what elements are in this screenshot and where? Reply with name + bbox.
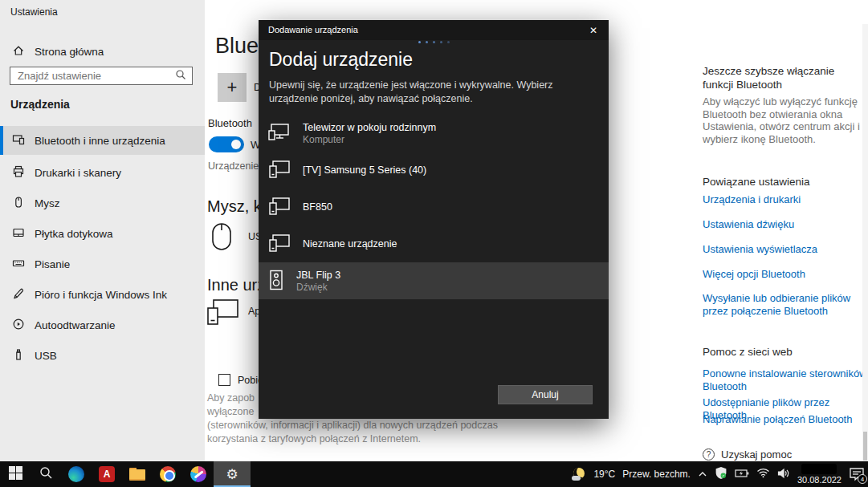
monitor-phone-icon bbox=[268, 233, 291, 255]
get-help-label: Uzyskaj pomoc bbox=[721, 448, 792, 461]
sidebar-item-autoplay[interactable]: Autoodtwarzanie bbox=[0, 310, 205, 339]
dialog-titlebar: Dodawanie urządzenia bbox=[259, 20, 609, 40]
edge-icon bbox=[68, 466, 84, 482]
sidebar-item-bluetooth[interactable]: Bluetooth i inne urządzenia bbox=[0, 126, 205, 155]
link-display-settings[interactable]: Ustawienia wyświetlacza bbox=[703, 243, 817, 256]
window-title: Ustawienia bbox=[10, 6, 58, 18]
selected-accent-bar bbox=[0, 126, 3, 155]
taskbar-chrome-button[interactable] bbox=[153, 461, 183, 487]
gear-icon: ⚙ bbox=[226, 468, 238, 481]
link-sound-settings[interactable]: Ustawienia dźwięku bbox=[703, 218, 794, 231]
notification-count-badge: 4 bbox=[858, 474, 867, 484]
monitor-phone-icon bbox=[268, 160, 291, 181]
add-device-button[interactable]: + bbox=[218, 73, 247, 102]
sidebar-item-typing[interactable]: Pisanie bbox=[0, 250, 205, 278]
search-icon[interactable] bbox=[175, 69, 186, 83]
device-row-unknown[interactable]: Nieznane urządzenie bbox=[259, 225, 609, 262]
web-help-heading: Pomoc z sieci web bbox=[703, 345, 793, 359]
sidebar-item-mouse[interactable]: Mysz bbox=[0, 189, 205, 217]
taskbar: A ⚙ 19°C Przew. bezchm. 30.08.2022 4 bbox=[0, 461, 868, 487]
sidebar-item-home[interactable]: Strona główna bbox=[0, 37, 205, 66]
keyboard-icon bbox=[12, 257, 25, 272]
dialog-close-button[interactable]: ✕ bbox=[578, 20, 609, 40]
chevron-up-icon[interactable] bbox=[698, 469, 707, 481]
progress-dots-indicator bbox=[259, 41, 609, 43]
sidebar-item-printers[interactable]: Drukarki i skanery bbox=[0, 158, 205, 187]
taskbar-search-button[interactable] bbox=[31, 461, 61, 487]
get-help-icon: ? bbox=[703, 448, 715, 461]
metered-text-line: (sterowników, informacji i aplikacji) dl… bbox=[207, 420, 498, 431]
wifi-icon[interactable] bbox=[756, 468, 770, 481]
device-name: [TV] Samsung 5 Series (40) bbox=[303, 164, 426, 177]
sidebar-item-usb[interactable]: USB bbox=[0, 341, 205, 370]
touchpad-icon bbox=[12, 226, 25, 241]
device-name: Nieznane urządzenie bbox=[303, 238, 397, 250]
link-reinstall-drivers[interactable]: Ponowne instalowanie sterowników Bluetoo… bbox=[703, 367, 868, 393]
search-input[interactable] bbox=[10, 70, 175, 82]
weather-temperature[interactable]: 19°C bbox=[593, 469, 615, 480]
home-icon bbox=[12, 44, 25, 59]
other-device-icon bbox=[206, 298, 240, 328]
taskbar-acrobat-button[interactable]: A bbox=[92, 461, 122, 487]
sidebar-item-label: Strona główna bbox=[35, 46, 104, 58]
cancel-button[interactable]: Anuluj bbox=[498, 385, 593, 404]
quick-enable-heading: Jeszcze szybsze włączanie funkcji Blueto… bbox=[703, 64, 867, 91]
metered-text-line: Aby zapob bbox=[207, 392, 255, 404]
sidebar-item-touchpad[interactable]: Płytka dotykowa bbox=[0, 219, 205, 248]
sidebar-item-label: Drukarki i skanery bbox=[35, 167, 121, 179]
toggle-knob bbox=[231, 140, 241, 149]
defender-shield-icon[interactable] bbox=[715, 466, 727, 482]
device-row-samsung[interactable]: [TV] Samsung 5 Series (40) bbox=[259, 152, 609, 189]
mouse-icon bbox=[12, 196, 25, 211]
autoplay-icon bbox=[12, 318, 25, 333]
paint-3d-icon bbox=[190, 466, 206, 482]
dialog-description: Upewnij się, że urządzenie jest włączone… bbox=[269, 79, 600, 105]
link-more-bluetooth-options[interactable]: Więcej opcji Bluetooth bbox=[703, 268, 805, 281]
sidebar-item-label: Mysz bbox=[35, 197, 60, 209]
metered-text-line: korzystania z taryfowych połączeń z Inte… bbox=[207, 433, 421, 444]
censored-time-blob bbox=[801, 464, 837, 474]
scrollbar-track[interactable] bbox=[862, 24, 868, 461]
clock-date-area[interactable]: 30.08.2022 bbox=[797, 464, 842, 485]
dialog-title: Dodawanie urządzenia bbox=[268, 20, 358, 40]
sidebar-item-label: Płytka dotykowa bbox=[35, 228, 113, 240]
search-box[interactable] bbox=[10, 67, 193, 85]
taskbar-settings-button[interactable]: ⚙ bbox=[214, 461, 251, 487]
weather-description[interactable]: Przew. bezchm. bbox=[622, 469, 691, 480]
scrollbar-thumb[interactable] bbox=[863, 432, 867, 461]
device-name: BF850 bbox=[303, 201, 332, 213]
action-center-button[interactable]: 4 bbox=[849, 466, 865, 482]
taskbar-paint3d-button[interactable] bbox=[183, 461, 214, 487]
volume-icon[interactable] bbox=[777, 468, 790, 481]
taskbar-edge-button[interactable] bbox=[61, 461, 92, 487]
acrobat-icon: A bbox=[99, 466, 115, 482]
taskbar-file-explorer-button[interactable] bbox=[122, 461, 153, 487]
taskbar-date[interactable]: 30.08.2022 bbox=[797, 475, 842, 485]
get-help-link[interactable]: ? Uzyskaj pomoc bbox=[703, 448, 792, 461]
pen-icon bbox=[12, 287, 25, 302]
bluetooth-toggle[interactable] bbox=[209, 136, 244, 152]
close-icon: ✕ bbox=[589, 25, 597, 36]
plus-icon: + bbox=[227, 77, 238, 98]
metered-checkbox[interactable] bbox=[218, 374, 230, 386]
device-row-tv-room[interactable]: Telewizor w pokoju rodzinnym Komputer bbox=[259, 115, 609, 152]
device-list: Telewizor w pokoju rodzinnym Komputer [T… bbox=[259, 115, 609, 299]
sidebar-item-label: Pisanie bbox=[35, 258, 70, 270]
printer-icon bbox=[12, 165, 25, 181]
device-name: JBL Flip 3 bbox=[296, 270, 340, 282]
start-button[interactable] bbox=[0, 461, 31, 487]
search-icon bbox=[39, 466, 53, 482]
battery-icon[interactable] bbox=[735, 469, 749, 481]
link-fix-connections[interactable]: Naprawianie połączeń Bluetooth bbox=[703, 413, 868, 426]
link-send-receive-files[interactable]: Wysyłanie lub odbieranie plików przez po… bbox=[703, 292, 868, 318]
device-row-bf850[interactable]: BF850 bbox=[259, 189, 609, 225]
sidebar-item-pen[interactable]: Pióro i funkcja Windows Ink bbox=[0, 280, 205, 309]
sidebar-item-label: USB bbox=[35, 350, 57, 362]
link-devices-printers[interactable]: Urządzenia i drukarki bbox=[703, 193, 801, 206]
weather-icon[interactable] bbox=[572, 467, 586, 481]
quick-enable-body: Aby włączyć lub wyłączyć funkcję Bluetoo… bbox=[703, 95, 865, 145]
device-row-jbl[interactable]: JBL Flip 3 Dźwięk bbox=[259, 262, 609, 299]
computer-icon bbox=[268, 123, 291, 144]
usb-icon bbox=[12, 348, 25, 363]
sidebar: Ustawienia Strona główna Urządzenia Blue… bbox=[0, 0, 205, 461]
